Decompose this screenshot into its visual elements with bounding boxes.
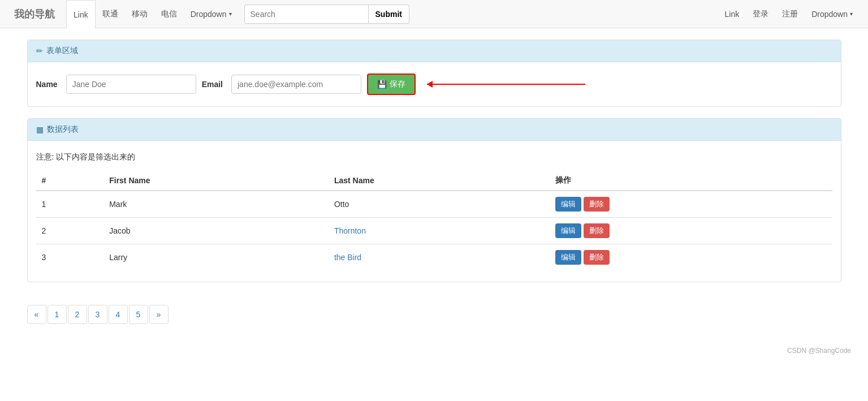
nav-right-login[interactable]: 登录 [746,0,775,28]
save-icon: 💾 [377,80,387,89]
col-header-lastname: Last Name [329,171,550,191]
notice-text: 注意: 以下内容是筛选出来的 [36,152,832,162]
pagination-page[interactable]: 5 [129,305,148,324]
main-content: ✏ 表单区域 Name Email 💾 保存 ▦ 数据列表 [10,28,858,341]
email-label: Email [202,80,223,89]
search-submit-button[interactable]: Submit [369,5,409,24]
footer-text: CSDN @ShangCode [787,347,851,355]
data-table: # First Name Last Name 操作 1MarkOtto编辑删除2… [36,171,832,270]
nav-link-liantong[interactable]: 联通 [96,0,125,28]
nav-dropdown-left[interactable]: Dropdown ▾ [184,0,239,28]
nav-link-dianxin[interactable]: 电信 [154,0,184,28]
table-head: # First Name Last Name 操作 [36,171,832,191]
delete-button[interactable]: 删除 [584,197,610,212]
cell-lastname: the Bird [329,244,550,271]
nav-dropdown-left-label: Dropdown [191,10,227,19]
pagination-page[interactable]: 2 [68,305,87,324]
form-row: Name Email 💾 保存 [36,74,832,95]
table-panel-title: 数据列表 [47,124,79,135]
nav-right-link[interactable]: Link [718,0,746,28]
chevron-down-icon-right: ▾ [850,11,853,17]
nav-right-dropdown[interactable]: Dropdown ▾ [805,0,860,28]
table-panel-body: 注意: 以下内容是筛选出来的 # First Name Last Name 操作… [28,141,841,282]
cell-actions: 编辑删除 [550,218,832,244]
cell-id: 2 [36,218,104,244]
navbar-search: Submit [244,5,409,24]
pagination-page[interactable]: 4 [109,305,128,324]
cell-firstname: Mark [103,191,329,218]
delete-button[interactable]: 删除 [584,223,610,238]
pagination: «12345» [27,305,841,324]
pagination-prev[interactable]: « [27,305,46,324]
nav-link-link[interactable]: Link [66,0,96,28]
cell-lastname: Otto [329,191,550,218]
form-panel-body: Name Email 💾 保存 [28,62,841,106]
nav-right-register[interactable]: 注册 [775,0,805,28]
pagination-page[interactable]: 3 [88,305,107,324]
form-panel-title: 表单区域 [46,46,78,56]
navbar: 我的导航 Link 联通 移动 电信 Dropdown ▾ Submit Lin… [0,0,868,28]
arrow-annotation [427,84,585,85]
search-input[interactable] [244,5,369,24]
cell-firstname: Larry [103,244,329,271]
chevron-down-icon: ▾ [229,11,232,17]
save-label: 保存 [390,79,405,89]
col-header-id: # [36,171,104,191]
edit-button[interactable]: 编辑 [555,223,581,238]
cell-firstname: Jacob [103,218,329,244]
table-header-row: # First Name Last Name 操作 [36,171,832,191]
cell-actions: 编辑删除 [550,191,832,218]
save-button[interactable]: 💾 保存 [367,74,416,95]
name-label: Name [36,80,58,89]
table-body: 1MarkOtto编辑删除2JacobThornton编辑删除3Larrythe… [36,191,832,270]
table-row: 2JacobThornton编辑删除 [36,218,832,244]
delete-button[interactable]: 删除 [584,250,610,265]
nav-right-dropdown-label: Dropdown [811,10,848,19]
cell-actions: 编辑删除 [550,244,832,271]
pencil-icon: ✏ [36,46,43,55]
grid-icon: ▦ [36,125,44,134]
navbar-brand: 我的导航 [8,7,61,21]
table-panel-heading: ▦ 数据列表 [28,119,841,141]
pagination-next[interactable]: » [149,305,169,324]
cell-id: 3 [36,244,104,271]
col-header-actions: 操作 [550,171,832,191]
edit-button[interactable]: 编辑 [555,250,581,265]
arrow-line [427,84,585,85]
edit-button[interactable]: 编辑 [555,197,581,212]
table-panel: ▦ 数据列表 注意: 以下内容是筛选出来的 # First Name Last … [27,118,841,282]
table-row: 3Larrythe Bird编辑删除 [36,244,832,271]
page-footer: CSDN @ShangCode [0,341,868,360]
col-header-firstname: First Name [103,171,329,191]
navbar-right: Link 登录 注册 Dropdown ▾ [718,0,860,28]
pagination-page[interactable]: 1 [47,305,67,324]
form-panel: ✏ 表单区域 Name Email 💾 保存 [27,40,841,107]
form-panel-heading: ✏ 表单区域 [28,40,841,62]
table-row: 1MarkOtto编辑删除 [36,191,832,218]
nav-link-yidong[interactable]: 移动 [125,0,154,28]
cell-lastname: Thornton [329,218,550,244]
pagination-wrapper: «12345» [27,294,841,330]
name-input[interactable] [66,75,196,94]
cell-id: 1 [36,191,104,218]
email-input[interactable] [231,75,361,94]
